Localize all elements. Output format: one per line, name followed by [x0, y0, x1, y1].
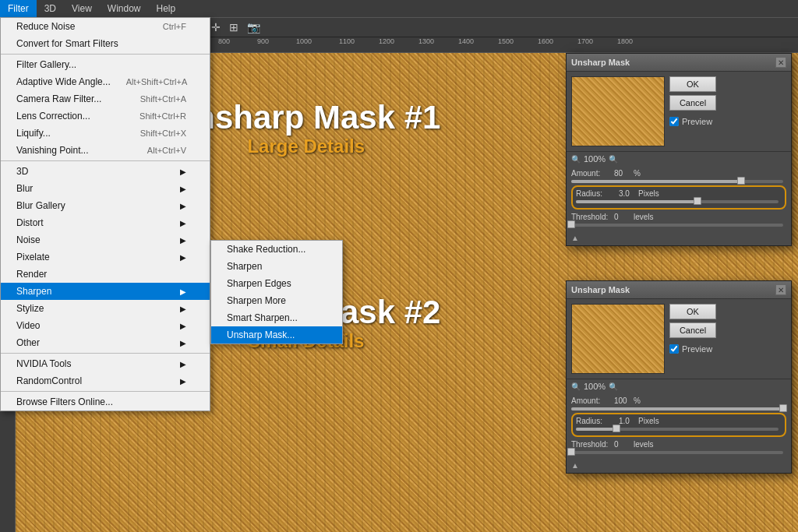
sharpen-submenu-sharpen[interactable]: Sharpen	[211, 258, 342, 275]
dialog2-amount-row: Amount: 100 %	[571, 396, 786, 405]
dialog1-body: OK Cancel Preview	[567, 72, 791, 151]
ruler-tick-1800: 1800	[617, 37, 633, 45]
menu-item-sharpen[interactable]: Sharpen ▶	[1, 283, 210, 300]
menu-item-video[interactable]: Video ▶	[1, 317, 210, 334]
dialog2-preview-checkbox[interactable]	[669, 344, 679, 354]
dialog2-preview-label: Preview	[682, 344, 712, 354]
menu-item-pixelate[interactable]: Pixelate ▶	[1, 248, 210, 266]
dialog1-sliders: Amount: 80 % Radius: 3.0 Pixels	[567, 166, 791, 232]
dialog2-amount-value: 100	[614, 396, 634, 405]
menubar: Filter 3D View Window Help	[0, 0, 798, 17]
menu-item-blur[interactable]: Blur ▶	[1, 180, 210, 197]
dialog1-amount-thumb[interactable]	[737, 177, 745, 185]
dialog1-radius-value: 3.0	[619, 189, 638, 198]
dialog1-threshold-slider[interactable]	[571, 224, 783, 227]
dialog2-title: Unsharp Mask	[571, 285, 630, 294]
dialog2-radius-thumb[interactable]	[613, 425, 620, 432]
dialog2-amount-thumb[interactable]	[779, 404, 787, 412]
dialog2-radius-value: 1.0	[619, 417, 638, 425]
ruler-tick-1100: 1100	[339, 37, 355, 45]
dialog2-ok-button[interactable]: OK	[669, 304, 716, 319]
dialog2-zoom-row: 🔍 100% 🔍	[567, 379, 791, 393]
dialog2-threshold-slider[interactable]	[571, 451, 783, 454]
sep-3	[1, 353, 210, 354]
menu-item-nvidia[interactable]: NVIDIA Tools ▶	[1, 355, 210, 372]
dialog2-zoom-value: 100%	[584, 382, 606, 391]
menu-window[interactable]: Window	[100, 0, 149, 17]
dialog2-body: OK Cancel Preview	[567, 299, 791, 379]
dialog2-titlebar: Unsharp Mask ✕	[567, 281, 791, 299]
dialog2-preview-image	[571, 304, 665, 374]
dialog2-close-button[interactable]: ✕	[775, 284, 786, 295]
dialog2-radius-row: Radius: 1.0 Pixels	[576, 417, 782, 425]
menu-item-liquify[interactable]: Liquify... Shift+Ctrl+X	[1, 125, 210, 142]
dialog1-threshold-thumb[interactable]	[567, 220, 575, 228]
3d-pan-icon[interactable]: ✛	[209, 21, 223, 33]
ruler-tick-1300: 1300	[418, 37, 434, 45]
menu-filter[interactable]: Filter	[0, 0, 37, 17]
dialog2-threshold-slider-row	[571, 451, 786, 454]
dialog2-threshold-unit: levels	[634, 440, 654, 449]
menu-item-render[interactable]: Render	[1, 266, 210, 283]
dialog1-ok-button[interactable]: OK	[669, 76, 716, 92]
dialog2-amount-slider-row	[571, 407, 786, 410]
dialog1-preview-checkbox[interactable]	[669, 117, 679, 126]
dialog1-close-button[interactable]: ✕	[775, 57, 786, 68]
menu-item-browse-filters[interactable]: Browse Filters Online...	[1, 393, 210, 410]
3d-zoom-icon[interactable]: 📷	[245, 21, 263, 33]
sharpen-submenu-sharpen-more[interactable]: Sharpen More	[211, 292, 342, 309]
dialog1-titlebar: Unsharp Mask ✕	[567, 54, 791, 72]
dialog1-threshold-unit: levels	[634, 213, 654, 221]
dialog1-amount-row: Amount: 80 %	[571, 169, 786, 178]
unsharp-mask-dialog-1: Unsharp Mask ✕ OK Cancel Preview 🔍 100% …	[566, 53, 792, 246]
menu-item-camera-raw[interactable]: Camera Raw Filter... Shift+Ctrl+A	[1, 90, 210, 107]
dialog1-radius-slider-row	[576, 200, 782, 203]
menu-view[interactable]: View	[64, 0, 100, 17]
ruler-tick-1700: 1700	[577, 37, 593, 45]
dialog2-amount-slider[interactable]	[571, 407, 783, 410]
dialog2-zoom-out-icon[interactable]: 🔍	[571, 382, 581, 391]
menu-item-vanishing-point[interactable]: Vanishing Point... Alt+Ctrl+V	[1, 142, 210, 159]
dialog1-amount-slider[interactable]	[571, 180, 783, 183]
sharpen-submenu-shake-reduction[interactable]: Shake Reduction...	[211, 241, 342, 258]
menu-help[interactable]: Help	[149, 0, 184, 17]
dialog2-radius-slider[interactable]	[576, 428, 779, 431]
dialog1-radius-unit: Pixels	[638, 189, 659, 198]
menu-item-distort[interactable]: Distort ▶	[1, 214, 210, 231]
dialog2-zoom-in-icon[interactable]: 🔍	[609, 382, 618, 391]
sharpen-submenu-sharpen-edges[interactable]: Sharpen Edges	[211, 275, 342, 292]
menu-item-3d[interactable]: 3D ▶	[1, 163, 210, 180]
dialog1-radius-slider[interactable]	[576, 200, 779, 203]
menu-item-lens-correction[interactable]: Lens Correction... Shift+Ctrl+R	[1, 107, 210, 125]
dialog2-cancel-button[interactable]: Cancel	[669, 322, 716, 338]
menu-3d[interactable]: 3D	[37, 0, 64, 17]
ruler-tick-1000: 1000	[296, 37, 312, 45]
dialog1-zoom-out-icon[interactable]: 🔍	[571, 155, 581, 164]
dialog2-radius-slider-row	[576, 428, 782, 431]
menu-item-blur-gallery[interactable]: Blur Gallery ▶	[1, 197, 210, 214]
dialog1-radius-label: Radius:	[576, 189, 619, 198]
menu-item-adaptive-wide[interactable]: Adaptive Wide Angle... Alt+Shift+Ctrl+A	[1, 73, 210, 90]
dialog1-controls: OK Cancel Preview	[669, 76, 786, 146]
dialog2-radius-unit: Pixels	[638, 417, 659, 425]
3d-slide-icon[interactable]: ⊞	[227, 21, 241, 33]
dialog1-amount-fill	[571, 180, 741, 183]
dialog2-amount-unit: %	[634, 396, 641, 405]
menu-item-other[interactable]: Other ▶	[1, 334, 210, 351]
dialog1-amount-unit: %	[634, 169, 641, 178]
menu-item-convert-smart[interactable]: Convert for Smart Filters	[1, 35, 210, 52]
dialog2-threshold-thumb[interactable]	[567, 448, 575, 456]
sep-1	[1, 54, 210, 55]
menu-item-reduce-noise[interactable]: Reduce Noise Ctrl+F	[1, 18, 210, 35]
dialog1-threshold-row: Threshold: 0 levels	[571, 213, 786, 221]
dialog1-cancel-button[interactable]: Cancel	[669, 95, 716, 111]
sharpen-submenu-smart-sharpen[interactable]: Smart Sharpen...	[211, 309, 342, 326]
menu-item-stylize[interactable]: Stylize ▶	[1, 300, 210, 317]
menu-item-filter-gallery[interactable]: Filter Gallery...	[1, 56, 210, 73]
dialog1-amount-value: 80	[614, 169, 634, 178]
dialog1-zoom-in-icon[interactable]: 🔍	[609, 155, 618, 164]
menu-item-noise[interactable]: Noise ▶	[1, 231, 210, 248]
sharpen-submenu-unsharp-mask[interactable]: Unsharp Mask...	[211, 326, 342, 344]
menu-item-randomcontrol[interactable]: RandomControl ▶	[1, 372, 210, 389]
dialog1-radius-thumb[interactable]	[694, 197, 701, 205]
